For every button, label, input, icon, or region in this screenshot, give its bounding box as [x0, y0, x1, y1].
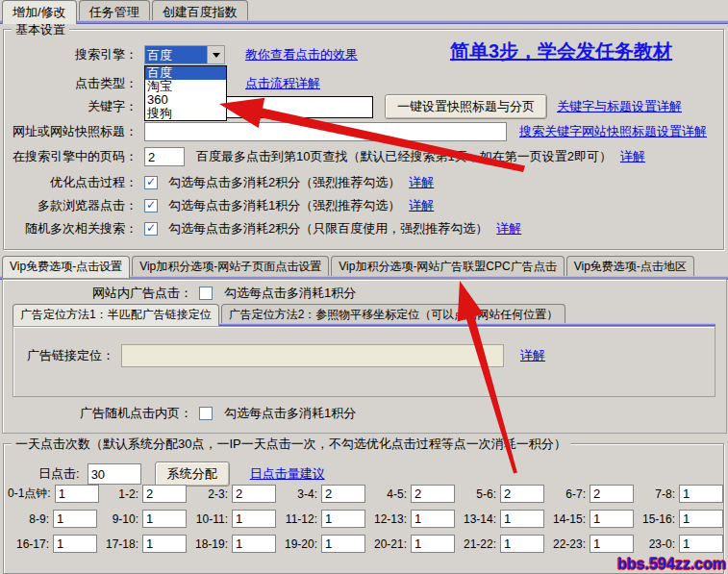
hour-input[interactable] — [590, 535, 634, 553]
watermark-text: bbs.594zz.com — [617, 556, 726, 573]
hour-label: 14-15: — [544, 512, 590, 526]
hour-input[interactable] — [590, 510, 634, 528]
hour-label: 21-22: — [455, 537, 500, 551]
tab-add-modify[interactable]: 增加/修改 — [2, 0, 77, 24]
click-flow-detail-link[interactable]: 点击流程详解 — [245, 75, 320, 92]
hour-input[interactable] — [142, 510, 187, 528]
hour-input[interactable] — [500, 535, 544, 553]
hour-input[interactable] — [142, 485, 187, 503]
optimize-detail-link[interactable]: 详解 — [409, 174, 434, 191]
hour-input[interactable] — [500, 485, 544, 503]
optimize-click-text: 勾选每点击多消耗2积分（强烈推荐勾选） — [168, 174, 400, 191]
multi-browser-checkbox[interactable]: ✓ — [144, 199, 158, 212]
hour-cell: 23-0: — [634, 535, 723, 553]
hourly-clicks-grid: 0-1点钟: 1-2: 2-3: 3-4: 4-5: 5-6: 6-7: 7-8… — [8, 485, 725, 553]
ad-link-locate-input[interactable] — [121, 344, 504, 367]
hour-label: 1-2: — [97, 487, 142, 501]
day-clicks-row: 日点击: 系统分配 日点击量建议 — [38, 462, 325, 487]
snapshot-title-pagination-button[interactable]: 一键设置快照标题与分页 — [385, 94, 547, 119]
search-engine-label: 搜索引擎： — [0, 46, 138, 63]
tab-vip-click-region[interactable]: Vip免费选项-点击地区 — [566, 256, 694, 278]
tab-vip-click-settings[interactable]: Vip免费选项-点击设置 — [2, 256, 130, 278]
random-search-checkbox[interactable]: ✓ — [144, 222, 158, 236]
hour-cell: 3-4: — [276, 485, 365, 503]
hour-cell: 20-21: — [365, 535, 455, 553]
ad-link-detail-link[interactable]: 详解 — [520, 347, 545, 364]
hour-label: 12-13: — [365, 512, 411, 526]
hour-input[interactable] — [590, 485, 634, 503]
url-title-label: 网址或网站快照标题： — [0, 123, 138, 140]
hour-cell: 14-15: — [544, 510, 634, 528]
site-ad-click-checkbox[interactable] — [199, 287, 213, 300]
hour-label: 2-3: — [187, 487, 232, 501]
optimize-click-checkbox[interactable]: ✓ — [144, 176, 158, 189]
page-number-detail-link[interactable]: 详解 — [620, 148, 645, 165]
dropdown-option-taobao[interactable]: 淘宝 — [145, 80, 226, 93]
hour-input[interactable] — [53, 510, 97, 528]
site-ad-click-label: 网站内广告点击： — [0, 285, 192, 302]
ad-random-click-checkbox[interactable] — [199, 407, 213, 420]
hour-label: 10-11: — [187, 512, 232, 526]
hour-input[interactable] — [321, 485, 365, 503]
hour-input[interactable] — [321, 535, 365, 553]
random-search-detail-link[interactable]: 详解 — [496, 220, 521, 237]
hour-input[interactable] — [53, 535, 97, 553]
hour-cell: 1-2: — [97, 485, 187, 503]
hour-label: 19-20: — [276, 537, 321, 551]
page-number-hint: 百度最多点击到第10页查找（默认已经搜索第1页，如在第一页设置2即可） — [196, 148, 612, 165]
hour-input[interactable] — [55, 485, 99, 503]
tutorial-promo-link[interactable]: 简单3步，学会发任务教材 — [450, 38, 672, 64]
multi-browser-detail-link[interactable]: 详解 — [409, 197, 434, 214]
hour-input[interactable] — [232, 510, 276, 528]
hour-label: 23-0: — [634, 537, 679, 551]
hour-input[interactable] — [232, 485, 276, 503]
url-title-row: 网址或网站快照标题： 搜索关键字网站快照标题设置详解 — [0, 122, 707, 141]
hour-input[interactable] — [411, 535, 455, 553]
random-search-label: 随机多次相关搜索： — [0, 220, 138, 237]
day-clicks-input[interactable] — [88, 463, 141, 485]
keyword-title-settings-link[interactable]: 关键字与标题设置详解 — [557, 98, 682, 115]
hour-input[interactable] — [321, 510, 365, 528]
dropdown-option-360[interactable]: 360 — [145, 93, 226, 107]
tab-vip-cpc-ad-click[interactable]: Vip加积分选项-网站广告联盟CPC广告点击 — [331, 256, 564, 278]
tab-strip-accent-line — [0, 20, 728, 24]
random-search-text: 勾选每点击多消耗2积分（只限百度使用，强烈推荐勾选） — [168, 220, 488, 237]
optimize-click-row: 优化点击过程： ✓ 勾选每点击多消耗2积分（强烈推荐勾选） 详解 — [0, 174, 434, 191]
hour-label: 8-9: — [8, 512, 53, 526]
hour-cell: 5-6: — [455, 485, 544, 503]
search-engine-combobox[interactable]: 百度 — [144, 45, 225, 64]
site-ad-click-text: 勾选每点击多消耗1积分 — [224, 285, 356, 302]
multi-browser-label: 多款浏览器点击： — [0, 197, 138, 214]
hour-input[interactable] — [679, 485, 723, 503]
page-number-row: 在搜索引擎中的页码： 百度最多点击到第10页查找（默认已经搜索第1页，如在第一页… — [0, 147, 645, 166]
view-click-effect-link[interactable]: 教你查看点击的效果 — [245, 46, 358, 63]
hour-cell: 19-20: — [276, 535, 365, 553]
day-clicks-suggest-link[interactable]: 日点击量建议 — [250, 465, 325, 483]
tab-vip-subpage-click[interactable]: Vip加积分选项-网站子页面点击设置 — [132, 256, 329, 278]
dropdown-option-sogou[interactable]: 搜狗 — [145, 107, 226, 120]
random-search-row: 随机多次相关搜索： ✓ 勾选每点击多消耗2积分（只限百度使用，强烈推荐勾选） 详… — [0, 220, 521, 237]
hour-input[interactable] — [500, 510, 544, 528]
hour-label: 22-23: — [544, 537, 590, 551]
tab-ad-locate-method1[interactable]: 广告定位方法1：半匹配广告链接定位 — [13, 304, 219, 326]
system-assign-button[interactable]: 系统分配 — [155, 462, 230, 487]
hour-input[interactable] — [411, 485, 455, 503]
hour-cell: 21-22: — [455, 535, 544, 553]
chevron-down-icon[interactable] — [207, 46, 224, 63]
hour-label: 17-18: — [97, 537, 142, 551]
hour-label: 16-17: — [8, 537, 53, 551]
hour-input[interactable] — [679, 535, 723, 553]
hour-cell: 22-23: — [544, 535, 634, 553]
keyword-label: 关键字： — [0, 98, 138, 115]
hour-input[interactable] — [232, 535, 276, 553]
hour-cell: 16-17: — [8, 535, 97, 553]
hour-input[interactable] — [142, 535, 187, 553]
page-number-input[interactable] — [144, 147, 185, 166]
hour-label: 7-8: — [634, 487, 679, 501]
url-title-input[interactable] — [144, 122, 507, 141]
dropdown-option-baidu[interactable]: 百度 — [145, 66, 226, 80]
snapshot-title-settings-link[interactable]: 搜索关键字网站快照标题设置详解 — [519, 123, 707, 140]
hour-input[interactable] — [679, 510, 723, 528]
search-engine-dropdown-list: 百度 淘宝 360 搜狗 — [144, 65, 227, 121]
hour-input[interactable] — [411, 510, 455, 528]
